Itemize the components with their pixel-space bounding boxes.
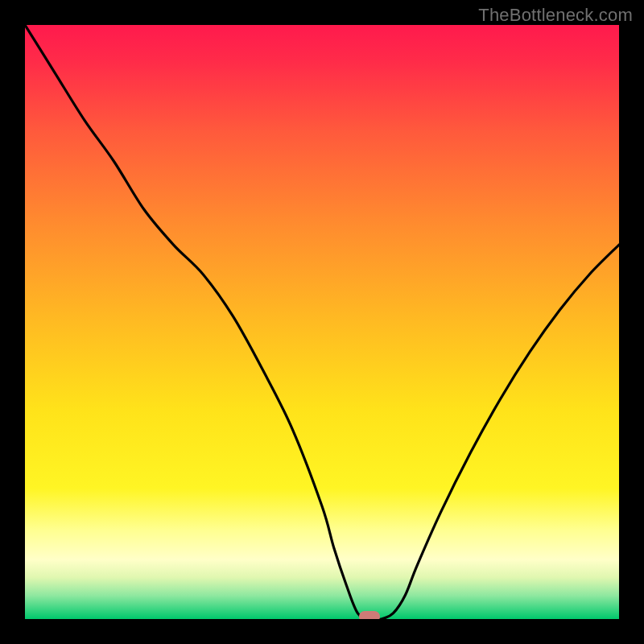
chart-plot-area [25, 25, 619, 619]
chart-minimum-marker [359, 611, 380, 619]
chart-curve [25, 25, 619, 619]
watermark-text: TheBottleneck.com [478, 5, 633, 26]
